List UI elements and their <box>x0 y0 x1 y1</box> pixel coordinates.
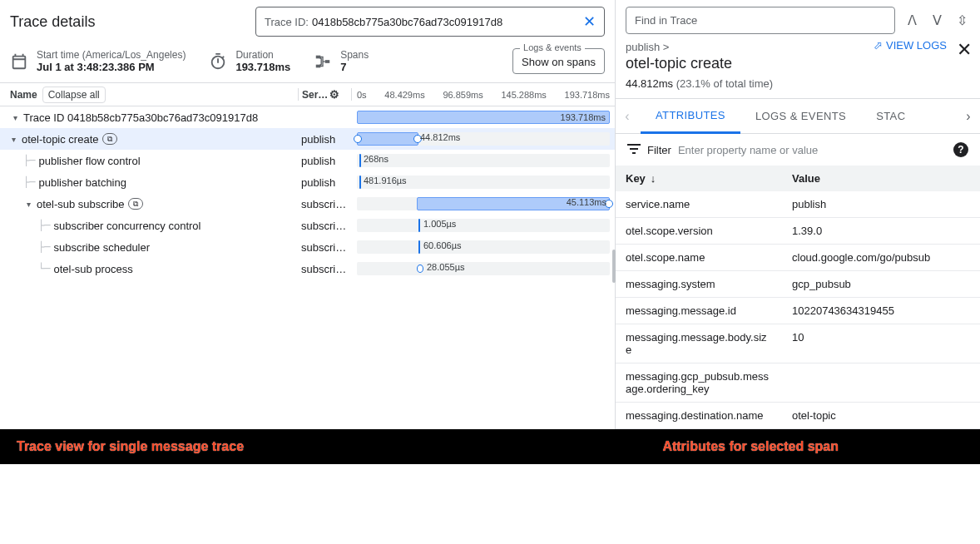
span-row-process[interactable]: └─ otel-sub process subscri… 28.055µs <box>0 258 615 279</box>
svg-rect-2 <box>325 60 330 63</box>
detail-tabs: ‹ ATTRIBUTES LOGS & EVENTS STAC › <box>616 98 980 134</box>
col-name-label: Name <box>10 89 37 101</box>
svg-rect-1 <box>316 64 321 67</box>
gear-icon[interactable]: ⚙ <box>329 88 339 101</box>
span-row-flow-control[interactable]: ├─ publisher flow control publish 268ns <box>0 150 615 171</box>
attr-table-header: Key ↓ Value <box>616 166 980 191</box>
tab-logs-events[interactable]: LOGS & EVENTS <box>740 100 861 132</box>
link-icon: ⧉ <box>102 133 117 145</box>
caption-left: Trace view for single message trace <box>17 439 244 454</box>
help-icon[interactable]: ? <box>953 142 968 157</box>
tab-scroll-right-icon[interactable]: › <box>958 109 978 124</box>
caret-down-icon[interactable]: ▾ <box>23 200 33 209</box>
timeline-ruler: 0s 48.429ms 96.859ms 145.288ms 193.718ms <box>352 90 615 100</box>
trace-id-label: Trace ID: <box>265 16 309 28</box>
span-pct: (23.1% of total time) <box>676 77 773 90</box>
page-title: Trace details <box>10 13 95 31</box>
trace-id-input[interactable]: Trace ID: 0418b58cb775a30bc76ad73c091917… <box>255 7 605 37</box>
trace-view-panel: Trace details Trace ID: 0418b58cb775a30b… <box>0 0 616 429</box>
attr-row[interactable]: otel.scope.version1.39.0 <box>616 218 980 245</box>
caret-down-icon[interactable]: ▾ <box>8 135 18 144</box>
attr-row[interactable]: service.namepublish <box>616 191 980 218</box>
link-icon: ⧉ <box>128 198 143 210</box>
spans-icon <box>314 52 332 71</box>
resize-handle[interactable] <box>612 250 616 283</box>
span-duration: 44.812ms <box>626 77 673 90</box>
chevron-up-icon[interactable]: ᐱ <box>903 12 920 28</box>
attr-row[interactable]: messaging.systemgcp_pubsub <box>616 271 980 298</box>
filter-label: Filter <box>647 144 671 156</box>
sort-arrow-icon[interactable]: ↓ <box>651 172 656 185</box>
attr-row[interactable]: messaging.destination.nameotel-topic <box>616 403 980 429</box>
caption-right: Attributes for selected span <box>662 439 839 454</box>
col-service-label: Ser… <box>302 89 328 101</box>
collapse-all-button[interactable]: Collapse all <box>42 87 106 103</box>
trace-id-value: 0418b58cb775a30bc76ad73c091917d8 <box>312 16 583 28</box>
find-in-trace-input[interactable]: Find in Trace <box>626 7 895 34</box>
attr-row[interactable]: otel.scope.namecloud.google.com/go/pubsu… <box>616 245 980 271</box>
span-row-concurrency[interactable]: ├─ subscriber concurrency control subscr… <box>0 215 615 236</box>
attr-row[interactable]: messaging.gcp_pubsub.message.ordering_ke… <box>616 363 980 403</box>
duration-block: Duration 193.718ms <box>209 49 290 73</box>
svg-rect-0 <box>316 55 321 58</box>
columns-header: Name Collapse all Ser… ⚙ 0s 48.429ms 96.… <box>0 83 615 106</box>
span-row-batching[interactable]: ├─ publisher batching publish 481.916µs <box>0 171 615 193</box>
clear-icon[interactable]: ✕ <box>583 12 596 31</box>
close-icon[interactable]: ✕ <box>957 39 972 61</box>
span-row-otel-topic-create[interactable]: ▾otel-topic create ⧉ publish 44.812ms <box>0 128 615 150</box>
logs-events-select[interactable]: Logs & events Show on spans <box>512 48 605 74</box>
filter-input[interactable]: Enter property name or value <box>678 144 947 156</box>
caption-bar: Trace view for single message trace Attr… <box>0 429 980 464</box>
span-row-otel-sub-subscribe[interactable]: ▾otel-sub subscribe ⧉ subscri… 45.113ms <box>0 193 615 215</box>
calendar-icon <box>10 52 28 71</box>
filter-icon <box>627 143 641 157</box>
expand-icon[interactable]: ⇳ <box>953 12 970 28</box>
spans-block: Spans 7 <box>314 49 369 73</box>
attr-row[interactable]: messaging.message.body.size10 <box>616 324 980 363</box>
open-new-icon: ⬀ <box>874 39 883 52</box>
span-details-panel: Find in Trace ᐱ ᐯ ⇳ publish > ⬀ VIEW LOG… <box>616 0 980 429</box>
start-time-block: Start time (America/Los_Angeles) Jul 1 a… <box>10 49 186 73</box>
span-title: otel-topic create <box>626 55 970 72</box>
attr-table-body: service.namepublish otel.scope.version1.… <box>616 191 980 429</box>
span-row-root[interactable]: ▾Trace ID 0418b58cb775a30bc76ad73c091917… <box>0 106 615 128</box>
span-row-scheduler[interactable]: ├─ subscribe scheduler subscri… 60.606µs <box>0 236 615 258</box>
tab-stack[interactable]: STAC <box>861 100 920 132</box>
chevron-down-icon[interactable]: ᐯ <box>928 12 945 28</box>
attr-row[interactable]: messaging.message.id10220743634319455 <box>616 298 980 324</box>
tab-scroll-left-icon[interactable]: ‹ <box>617 109 637 124</box>
tab-attributes[interactable]: ATTRIBUTES <box>641 99 740 134</box>
caret-down-icon[interactable]: ▾ <box>10 113 20 122</box>
stopwatch-icon <box>209 52 227 71</box>
view-logs-button[interactable]: ⬀ VIEW LOGS <box>874 39 947 52</box>
